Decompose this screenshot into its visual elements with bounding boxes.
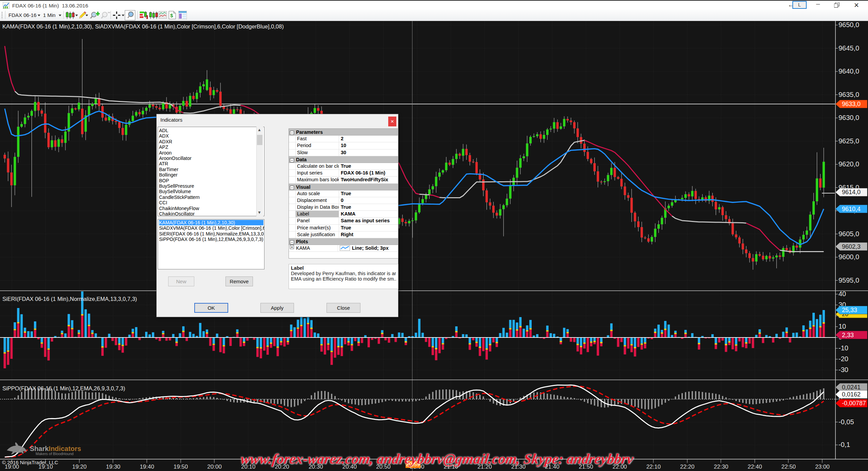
svg-text:© 2016 NinjaTrader, LLC: © 2016 NinjaTrader, LLC [2, 459, 58, 465]
svg-text:19:30: 19:30 [106, 464, 121, 470]
svg-text:10: 10 [839, 323, 846, 330]
svg-text:9650,0: 9650,0 [839, 21, 859, 28]
svg-text:-10: -10 [839, 344, 848, 352]
svg-text:-20: -20 [839, 355, 848, 363]
svg-text:9595,0: 9595,0 [839, 277, 859, 284]
svg-text:-0,1: -0,1 [839, 441, 850, 448]
svg-text:23:00: 23:00 [815, 464, 830, 470]
svg-text:25,33: 25,33 [842, 307, 857, 313]
svg-text:-0,00787: -0,00787 [842, 400, 866, 407]
svg-text:SiERI(FDAX 06-16 (1 Min),Norma: SiERI(FDAX 06-16 (1 Min),Normalize,EMA,1… [2, 296, 137, 302]
svg-text:$: $ [170, 13, 173, 18]
svg-text:9635,0: 9635,0 [839, 91, 859, 98]
svg-text:9620,0: 9620,0 [839, 160, 859, 168]
svg-text:0,0162: 0,0162 [842, 391, 861, 398]
svg-text:9602,3: 9602,3 [842, 243, 861, 250]
svg-text:Makers of BloodHound: Makers of BloodHound [36, 452, 74, 456]
svg-text:SharkIndicators: SharkIndicators [30, 445, 81, 452]
svg-text:9640,0: 9640,0 [839, 67, 859, 75]
svg-text:KAMA(FDAX 06-16 (1 Min),2,10,3: KAMA(FDAX 06-16 (1 Min),2,10,30), SiADXV… [2, 23, 284, 29]
svg-text:9625,0: 9625,0 [839, 137, 859, 145]
svg-text:SiPPO(FDAX 06-16 (1 Min),12,EM: SiPPO(FDAX 06-16 (1 Min),12,EMA,26,9,3,0… [2, 385, 125, 391]
svg-text:22:40: 22:40 [748, 464, 762, 470]
svg-text:-0,05: -0,05 [839, 418, 854, 426]
svg-text:9630,0: 9630,0 [839, 114, 859, 121]
svg-text:19:40: 19:40 [140, 464, 154, 470]
svg-text:22:10: 22:10 [646, 464, 661, 470]
svg-text:19:20: 19:20 [72, 464, 87, 470]
svg-text:22:20: 22:20 [680, 464, 695, 470]
svg-text:9600,0: 9600,0 [839, 253, 859, 261]
svg-text:9614,0: 9614,0 [842, 189, 861, 196]
svg-text:22:30: 22:30 [714, 464, 728, 470]
svg-text:40: 40 [839, 290, 846, 298]
svg-text:19:50: 19:50 [174, 464, 188, 470]
svg-text:0,0241: 0,0241 [842, 384, 861, 391]
svg-text:-30: -30 [839, 366, 848, 373]
svg-text:9610,4: 9610,4 [842, 206, 861, 212]
svg-text:22:50: 22:50 [782, 464, 796, 470]
svg-text:20:00: 20:00 [207, 464, 222, 470]
svg-text:9605,0: 9605,0 [839, 230, 859, 238]
svg-text:9645,0: 9645,0 [839, 44, 859, 52]
svg-text:9633,0: 9633,0 [842, 101, 861, 107]
svg-text:2,33: 2,33 [842, 332, 854, 339]
